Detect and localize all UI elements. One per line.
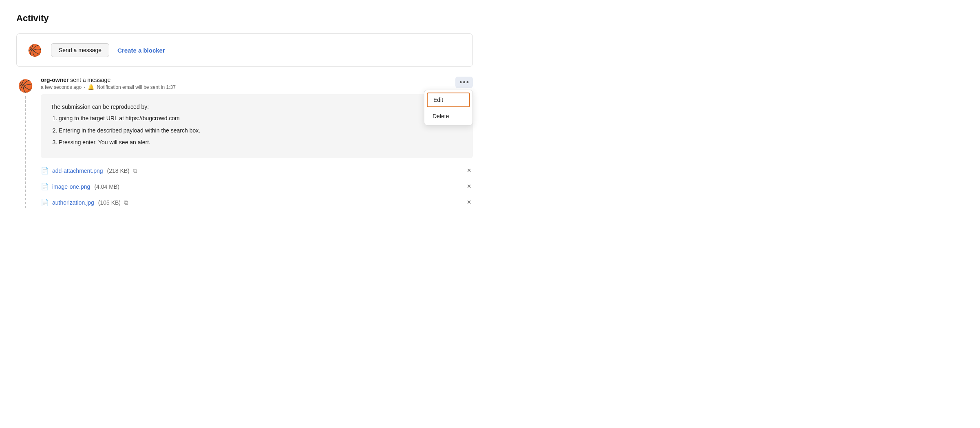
copy-icon-1[interactable]: ⧉ — [133, 167, 137, 174]
step-2: Entering in the described payload within… — [59, 126, 463, 136]
step-1: going to the target URL at https://bugcr… — [59, 114, 463, 124]
activity-author: org-owner sent a message — [41, 77, 176, 83]
attachment-size-1: (218 KB) — [107, 168, 130, 174]
file-icon: 📄 — [41, 167, 49, 174]
attachment-size-3: (105 KB) — [98, 199, 121, 206]
activity-header: org-owner sent a message a few seconds a… — [41, 77, 473, 90]
page-container: Activity 🏀 Send a message Create a block… — [0, 0, 489, 221]
message-body: The submission can be reproduced by: goi… — [41, 94, 473, 158]
page-title: Activity — [16, 13, 473, 24]
attachment-link-1[interactable]: add-attachment.png — [52, 168, 103, 174]
steps-list: going to the target URL at https://bugcr… — [51, 114, 463, 148]
activity-header-left: org-owner sent a message a few seconds a… — [41, 77, 176, 90]
dropdown-menu: Edit Delete — [424, 90, 473, 126]
edit-menu-item[interactable]: Edit — [427, 93, 470, 107]
bell-icon: 🔔 — [88, 84, 94, 90]
activity-meta: a few seconds ago · 🔔 Notification email… — [41, 84, 176, 90]
attachment-close-3[interactable]: × — [465, 198, 473, 207]
more-options-button[interactable]: ••• — [455, 77, 473, 88]
send-message-button[interactable]: Send a message — [51, 43, 109, 57]
more-button-wrapper: ••• Edit Delete — [455, 77, 473, 88]
step-3: Pressing enter. You will see an alert. — [59, 138, 463, 148]
attachment-link-3[interactable]: authorization.jpg — [52, 199, 94, 206]
activity-avatar: 🏀 — [16, 77, 34, 95]
attachment-link-2[interactable]: image-one.png — [52, 183, 90, 190]
activity-item: 🏀 org-owner sent a message a few seconds… — [16, 77, 473, 208]
attachment-close-1[interactable]: × — [465, 166, 473, 175]
timeline-line — [25, 96, 26, 208]
attachment-row: 📄 authorization.jpg (105 KB) ⧉ × — [41, 196, 473, 208]
attachment-row: 📄 add-attachment.png (218 KB) ⧉ × — [41, 165, 473, 176]
attachment-close-2[interactable]: × — [465, 182, 473, 191]
file-icon: 📄 — [41, 199, 49, 206]
attachment-size-2: (4.04 MB) — [94, 183, 119, 190]
file-icon: 📄 — [41, 183, 49, 190]
copy-icon-3[interactable]: ⧉ — [124, 199, 128, 206]
attachments-list: 📄 add-attachment.png (218 KB) ⧉ × 📄 imag… — [41, 165, 473, 208]
delete-menu-item[interactable]: Delete — [427, 110, 470, 123]
user-avatar: 🏀 — [26, 42, 43, 58]
action-bar: 🏀 Send a message Create a blocker — [16, 33, 473, 67]
attachment-row: 📄 image-one.png (4.04 MB) × — [41, 181, 473, 192]
create-blocker-link[interactable]: Create a blocker — [117, 47, 165, 54]
